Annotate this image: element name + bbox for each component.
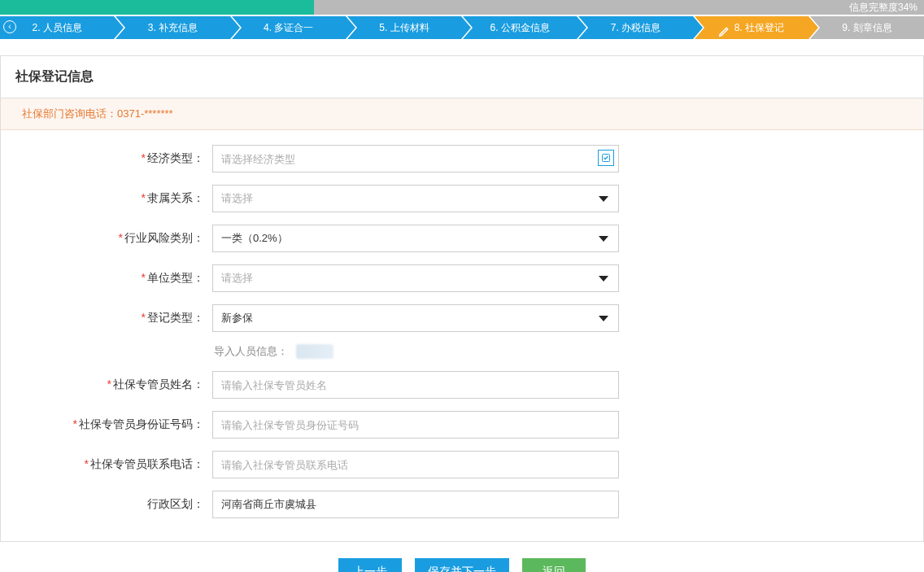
chevron-down-icon: [599, 236, 608, 242]
step-5[interactable]: 5. 上传材料: [347, 16, 461, 39]
step-3[interactable]: 3. 补充信息: [116, 16, 229, 39]
step-label: 8. 社保登记: [734, 22, 784, 33]
step-8-current[interactable]: 8. 社保登记: [695, 16, 808, 39]
label-admin-id: 社保专管员身份证号码：: [79, 417, 204, 430]
unit-type-value: 请选择: [221, 271, 253, 286]
economic-type-input[interactable]: [212, 145, 619, 172]
label-reg-type: 登记类型：: [147, 311, 204, 324]
admin-name-input[interactable]: [212, 371, 619, 399]
progress-bar: 信息完整度34%: [0, 0, 924, 15]
reg-type-select[interactable]: 新参保: [212, 304, 619, 332]
save-next-button[interactable]: 保存并下一步: [415, 558, 509, 572]
affiliation-value: 请选择: [221, 191, 253, 206]
risk-category-select[interactable]: 一类（0.2%）: [212, 225, 619, 252]
step-label: 4. 多证合一: [264, 22, 313, 33]
economic-type-field[interactable]: [212, 145, 619, 172]
back-button[interactable]: 返回: [522, 558, 586, 572]
chevron-down-icon: [599, 316, 608, 321]
step-4[interactable]: 4. 多证合一: [232, 16, 346, 39]
step-label: 2. 人员信息: [32, 22, 81, 33]
action-buttons: 上一步 保存并下一步 返回: [0, 542, 924, 572]
step-label: 6. 公积金信息: [490, 22, 549, 33]
economic-type-picker-icon[interactable]: [598, 150, 614, 166]
panel-social-registration: 社保登记信息 社保部门咨询电话：0371-******* *经济类型： *隶属关…: [0, 55, 924, 542]
chevron-down-icon: [599, 196, 608, 202]
step-label: 5. 上传材料: [379, 22, 429, 33]
import-personnel-button[interactable]: [296, 344, 333, 359]
label-admin-name: 社保专管员姓名：: [113, 378, 204, 391]
chevron-down-icon: [599, 276, 608, 282]
progress-fill: [0, 0, 314, 15]
panel-notice: 社保部门咨询电话：0371-*******: [1, 98, 923, 130]
label-affiliation: 隶属关系：: [147, 191, 204, 204]
step-label: 3. 补充信息: [148, 22, 198, 33]
affiliation-select[interactable]: 请选择: [212, 185, 619, 212]
risk-category-value: 一类（0.2%）: [221, 231, 288, 246]
prev-step-button[interactable]: 上一步: [338, 558, 402, 572]
region-display[interactable]: 河南省商丘市虞城县: [212, 491, 619, 518]
step-9[interactable]: 9. 刻章信息: [810, 16, 924, 39]
step-7[interactable]: 7. 办税信息: [578, 16, 692, 39]
import-personnel-label: 导入人员信息：: [214, 344, 288, 359]
label-admin-phone: 社保专管员联系电话：: [90, 457, 204, 470]
admin-id-input[interactable]: [212, 411, 619, 439]
edit-icon: [718, 23, 730, 34]
label-region: 行政区划：: [147, 497, 204, 510]
label-economic-type: 经济类型：: [147, 151, 204, 164]
label-unit-type: 单位类型：: [147, 271, 204, 284]
label-risk-category: 行业风险类别：: [124, 231, 204, 244]
unit-type-select[interactable]: 请选择: [212, 264, 619, 292]
step-back-icon[interactable]: ‹: [3, 20, 16, 33]
progress-label: 信息完整度34%: [849, 0, 917, 15]
step-label: 9. 刻章信息: [842, 22, 891, 33]
step-6[interactable]: 6. 公积金信息: [463, 16, 577, 39]
reg-type-value: 新参保: [221, 311, 253, 325]
form-social-registration: *经济类型： *隶属关系： 请选择 *行业风险类别: [1, 130, 923, 541]
step-label: 7. 办税信息: [611, 22, 660, 33]
panel-title: 社保登记信息: [1, 56, 923, 98]
admin-phone-input[interactable]: [212, 451, 619, 478]
step-2[interactable]: ‹ 2. 人员信息: [0, 16, 114, 39]
step-nav: ‹ 2. 人员信息 3. 补充信息 4. 多证合一 5. 上传材料 6. 公积金…: [0, 16, 924, 39]
region-value: 河南省商丘市虞城县: [221, 497, 316, 512]
